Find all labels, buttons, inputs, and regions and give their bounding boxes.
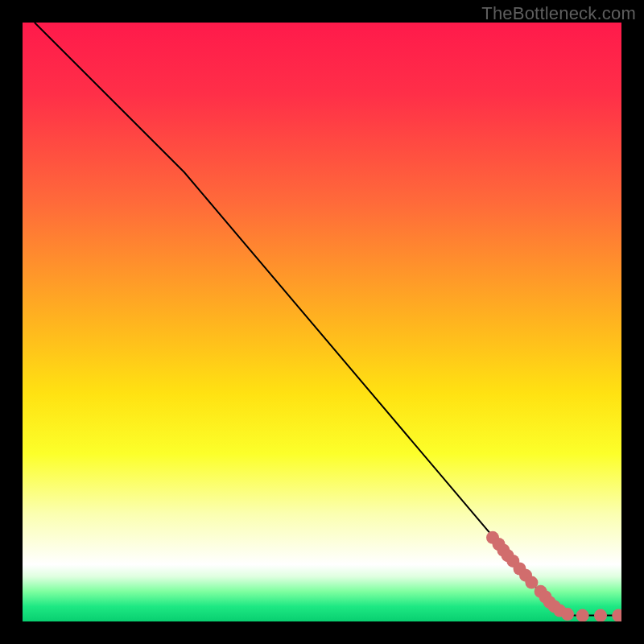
scatter-dot <box>561 608 574 621</box>
scatter-dot <box>594 609 607 621</box>
gradient-background <box>23 23 621 621</box>
watermark-label: TheBottleneck.com <box>481 3 636 24</box>
chart-stage: TheBottleneck.com <box>0 0 644 644</box>
plot-svg <box>23 23 621 621</box>
scatter-dot <box>576 609 589 621</box>
plot-area <box>23 23 621 621</box>
